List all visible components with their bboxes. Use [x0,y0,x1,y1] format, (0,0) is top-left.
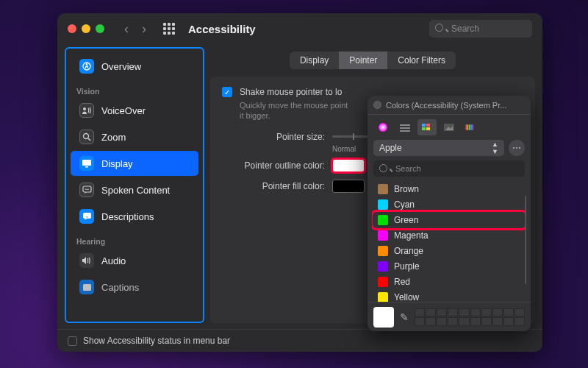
svg-point-3 [83,133,88,138]
color-search-input[interactable]: Search [373,160,525,177]
palette-name: Apple [379,143,402,153]
swatch-grid[interactable] [415,308,525,326]
svg-rect-17 [426,124,430,127]
color-name: Cyan [394,199,415,210]
svg-rect-24 [469,124,470,130]
sidebar-item-zoom[interactable]: Zoom [71,124,198,149]
color-row-orange[interactable]: Orange [373,244,525,258]
outline-color-well[interactable] [332,159,365,172]
image-palettes-tab[interactable] [440,119,459,135]
color-row-brown[interactable]: Brown [373,182,525,197]
sidebar-item-voiceover[interactable]: VoiceOver [71,98,198,123]
eyedropper-button[interactable]: ✎ [400,311,409,323]
current-color-swatch[interactable] [373,307,394,328]
tab-color-filters[interactable]: Color Filters [387,52,456,69]
display-icon [79,156,94,171]
sidebar-item-overview[interactable]: Overview [71,54,198,79]
titlebar: ‹ › Accessibility Search [57,13,542,44]
footer: Show Accessibility status in menu bar [57,329,542,352]
svg-point-2 [83,107,86,110]
sidebar-item-label: Audio [101,255,126,266]
sidebar-section-hearing: Hearing [66,230,203,247]
svg-rect-22 [466,124,467,130]
voiceover-icon [79,103,94,118]
forward-button[interactable]: › [137,21,151,37]
pointer-size-label: Pointer size: [222,132,325,142]
swatch-icon [378,261,388,272]
sidebar-item-spoken-content[interactable]: ••• Spoken Content [71,177,198,202]
sidebar-item-display[interactable]: Display [71,151,198,176]
popover-close-icon[interactable] [373,101,381,109]
color-name: Orange [394,246,423,256]
swatch-icon [378,230,388,241]
fill-color-well[interactable] [332,180,365,193]
color-palettes-tab[interactable] [417,119,437,135]
fullscreen-icon[interactable] [96,24,104,33]
scrollbar[interactable] [525,196,526,284]
sidebar-section-vision: Vision [66,79,203,97]
popover-footer: ✎ [368,302,531,331]
back-button[interactable]: ‹ [119,21,134,37]
color-row-green[interactable]: Green [373,213,525,227]
menubar-label: Show Accessibility status in menu bar [83,336,230,346]
colors-popover: Colors (Accessibility (System Pr... Appl… [368,96,531,331]
search-icon [379,164,391,174]
color-row-red[interactable]: Red [373,275,525,289]
close-icon[interactable] [68,24,76,33]
color-name: Brown [394,184,419,194]
swatch-icon [378,215,388,225]
minimize-icon[interactable] [82,24,90,33]
color-sliders-tab[interactable] [395,119,415,135]
svg-rect-25 [470,124,472,130]
search-placeholder: Search [395,164,421,173]
palette-select[interactable]: Apple ▲▼ [373,140,504,156]
svg-point-12 [379,123,387,132]
svg-rect-23 [467,124,469,130]
all-prefs-button[interactable] [163,23,175,35]
color-row-purple[interactable]: Purple [373,259,525,274]
sidebar-item-label: Overview [101,61,141,72]
color-list: Brown Cyan Green Magenta Orange Purple R… [372,181,526,302]
pencils-tab[interactable] [462,119,481,135]
outline-color-label: Pointer outline color: [222,160,325,171]
color-wheel-tab[interactable] [373,119,392,135]
tab-display[interactable]: Display [290,52,339,69]
fill-color-label: Pointer fill color: [222,181,325,191]
color-row-yellow[interactable]: Yellow [373,290,525,302]
sidebar-item-label: Captions [101,282,139,293]
sidebar-item-audio[interactable]: Audio [71,248,198,273]
svg-point-1 [86,63,87,65]
svg-text:•••: ••• [85,187,89,191]
palette-options-button[interactable]: ⋯ [509,140,525,156]
shake-label: Shake mouse pointer to lo [240,87,342,97]
color-name: Yellow [394,292,419,302]
sidebar: Overview Vision VoiceOver Zoom Display [65,47,204,323]
window-title: Accessibility [188,23,256,35]
color-row-cyan[interactable]: Cyan [373,197,525,212]
swatch-icon [378,246,388,256]
svg-rect-15 [400,130,410,132]
audio-icon [79,253,94,268]
sidebar-item-label: Spoken Content [101,185,170,196]
zoom-icon [79,130,94,144]
color-name: Red [394,277,410,287]
sidebar-item-captions[interactable]: Captions [71,275,198,300]
color-name: Magenta [394,230,429,241]
color-row-magenta[interactable]: Magenta [373,228,525,243]
chevron-updown-icon: ▲▼ [492,141,498,155]
spoken-content-icon: ••• [79,183,94,197]
svg-line-4 [88,138,90,141]
svg-rect-18 [422,127,426,130]
tab-pointer[interactable]: Pointer [339,52,387,69]
sidebar-item-descriptions[interactable]: ,, Descriptions [71,204,198,229]
svg-rect-6 [85,166,88,168]
overview-icon [79,59,94,74]
swatch-icon [378,292,388,302]
swatch-icon [378,199,388,210]
menubar-checkbox[interactable] [68,336,77,346]
color-name: Purple [394,261,420,272]
shake-checkbox[interactable]: ✓ [222,87,232,97]
sidebar-item-label: Descriptions [101,211,154,222]
svg-rect-16 [422,124,426,127]
search-input[interactable]: Search [429,20,532,38]
